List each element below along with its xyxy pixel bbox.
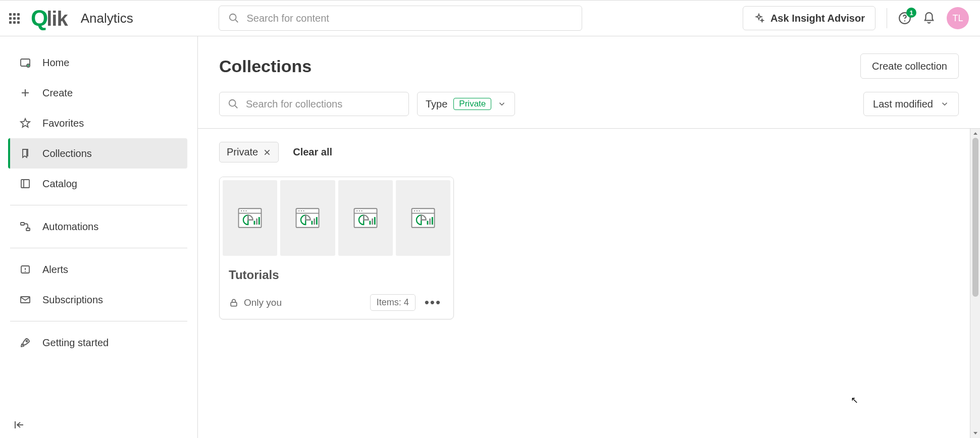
svg-point-15 <box>25 271 26 272</box>
active-filters: Private Clear all <box>219 142 948 162</box>
svg-rect-46 <box>372 218 373 225</box>
page-title: Collections <box>219 57 312 76</box>
sidebar-item-getting-started[interactable]: Getting started <box>10 327 187 358</box>
svg-rect-55 <box>432 217 433 225</box>
filter-chip-label: Private <box>227 146 258 158</box>
lock-icon <box>229 298 239 308</box>
divider <box>10 321 187 321</box>
ask-insight-label: Ask Insight Advisor <box>770 13 865 24</box>
plus-icon <box>19 87 31 99</box>
svg-point-34 <box>298 210 299 211</box>
filter-bar: Type Private Last modified <box>198 79 980 128</box>
collection-name: Tutorials <box>229 268 444 282</box>
divider <box>887 8 887 28</box>
sidebar-item-favorites[interactable]: Favorites <box>10 108 187 138</box>
sidebar-item-label: Collections <box>42 148 92 159</box>
sidebar-item-automations[interactable]: Automations <box>10 211 187 242</box>
sort-dropdown[interactable]: Last modified <box>863 92 959 116</box>
type-filter-label: Type <box>426 98 447 110</box>
star-icon <box>19 117 31 129</box>
svg-point-17 <box>26 341 28 342</box>
svg-point-50 <box>414 210 415 211</box>
global-search[interactable] <box>219 6 582 31</box>
chevron-down-icon <box>497 99 506 108</box>
rocket-icon <box>19 337 31 349</box>
svg-rect-56 <box>231 302 237 306</box>
mail-icon <box>19 294 31 306</box>
sparkle-icon <box>753 13 764 24</box>
clear-all-button[interactable]: Clear all <box>293 146 332 158</box>
app-chart-icon <box>350 203 381 233</box>
sidebar-item-label: Getting started <box>42 337 109 349</box>
svg-point-26 <box>241 210 242 211</box>
scroll-down-icon[interactable] <box>972 430 978 436</box>
svg-point-27 <box>243 210 244 211</box>
app-thumbnail <box>280 180 335 256</box>
scrollbar-thumb[interactable] <box>972 138 978 297</box>
svg-point-0 <box>230 14 236 21</box>
app-chart-icon <box>408 203 438 233</box>
create-collection-button[interactable]: Create collection <box>860 53 959 79</box>
collection-search[interactable] <box>219 92 409 116</box>
collection-card[interactable]: Tutorials Only you Items: 4 ••• <box>219 177 454 319</box>
svg-rect-9 <box>21 180 29 188</box>
sidebar: Home Create Favorites Collections Catalo… <box>0 36 198 438</box>
qlik-logo[interactable]: Qlik <box>31 6 68 31</box>
close-icon[interactable] <box>263 148 271 156</box>
sidebar-item-create[interactable]: Create <box>10 78 187 108</box>
sidebar-item-label: Automations <box>42 221 98 233</box>
scroll-up-icon[interactable] <box>972 131 978 137</box>
app-launcher-icon[interactable] <box>9 13 20 24</box>
type-filter[interactable]: Type Private <box>417 92 515 116</box>
sidebar-item-collections[interactable]: Collections <box>8 138 187 169</box>
sidebar-item-label: Subscriptions <box>42 294 103 306</box>
svg-marker-58 <box>973 432 977 434</box>
global-search-input[interactable] <box>246 13 573 24</box>
items-count: Items: 4 <box>370 294 416 311</box>
svg-rect-12 <box>26 228 30 231</box>
app-chart-icon <box>292 203 323 233</box>
ask-insight-advisor-button[interactable]: Ask Insight Advisor <box>743 6 875 30</box>
collapse-sidebar-button[interactable] <box>13 419 25 431</box>
sidebar-item-home[interactable]: Home <box>10 47 187 78</box>
bookmark-icon <box>19 147 31 159</box>
filter-chip-private[interactable]: Private <box>219 142 279 162</box>
sidebar-item-catalog[interactable]: Catalog <box>10 169 187 199</box>
search-icon <box>228 13 239 24</box>
svg-rect-47 <box>374 217 376 225</box>
user-avatar[interactable]: TL <box>947 7 969 29</box>
svg-point-42 <box>356 210 357 211</box>
alert-icon <box>19 263 31 276</box>
svg-point-35 <box>301 210 302 211</box>
sidebar-item-label: Favorites <box>42 118 84 129</box>
scrollbar[interactable] <box>970 129 980 438</box>
svg-point-52 <box>419 210 420 211</box>
visibility-indicator: Only you <box>229 297 282 308</box>
search-icon <box>228 98 239 110</box>
app-chart-icon <box>235 203 265 233</box>
svg-point-3 <box>904 20 905 21</box>
svg-rect-38 <box>314 218 316 225</box>
app-thumbnail <box>396 180 450 256</box>
page-header: Collections Create collection <box>198 36 980 79</box>
svg-rect-32 <box>296 208 319 228</box>
sidebar-item-alerts[interactable]: Alerts <box>10 254 187 285</box>
help-button[interactable]: 1 <box>898 12 911 25</box>
svg-rect-54 <box>429 218 431 225</box>
more-actions-button[interactable]: ••• <box>422 295 444 310</box>
type-filter-value: Private <box>453 98 491 110</box>
svg-rect-30 <box>256 218 257 225</box>
collection-search-input[interactable] <box>246 98 400 110</box>
sidebar-item-subscriptions[interactable]: Subscriptions <box>10 285 187 315</box>
app-thumbnail <box>338 180 393 256</box>
home-icon <box>19 57 31 69</box>
svg-rect-11 <box>21 223 24 225</box>
sidebar-item-label: Catalog <box>42 178 77 190</box>
svg-rect-53 <box>427 221 428 225</box>
svg-rect-37 <box>312 221 313 225</box>
sort-label: Last modified <box>873 98 933 110</box>
topbar: Qlik Analytics Ask Insight Advisor 1 TL <box>0 0 980 36</box>
avatar-initials: TL <box>952 13 963 24</box>
notifications-button[interactable] <box>922 12 936 25</box>
svg-point-43 <box>358 210 359 211</box>
